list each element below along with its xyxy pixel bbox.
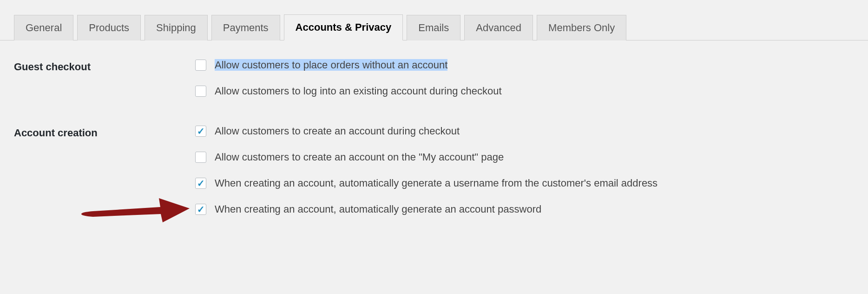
section-title-account-creation: Account creation (14, 125, 195, 139)
option-create-checkout: Allow customers to create an account dur… (195, 125, 658, 137)
option-create-myaccount: Allow customers to create an account on … (195, 151, 658, 163)
tab-shipping[interactable]: Shipping (145, 15, 208, 40)
label-create-myaccount[interactable]: Allow customers to create an account on … (215, 151, 504, 163)
checkbox-create-checkout[interactable] (195, 126, 206, 137)
tab-products[interactable]: Products (77, 15, 141, 40)
checkbox-auto-password[interactable] (195, 204, 206, 215)
option-auto-password: When creating an account, automatically … (195, 203, 658, 215)
checkbox-guest-orders[interactable] (195, 60, 206, 71)
account-creation-options: Allow customers to create an account dur… (195, 125, 658, 215)
settings-tabs: General Products Shipping Payments Accou… (0, 0, 868, 40)
checkbox-login-checkout[interactable] (195, 86, 206, 97)
tab-payments[interactable]: Payments (211, 15, 280, 40)
annotation-arrow-icon (79, 195, 191, 228)
section-title-guest-checkout: Guest checkout (14, 59, 195, 73)
option-guest-orders: Allow customers to place orders without … (195, 59, 502, 71)
checkbox-auto-username[interactable] (195, 178, 206, 189)
tab-members-only[interactable]: Members Only (537, 15, 626, 40)
label-login-checkout[interactable]: Allow customers to log into an existing … (215, 85, 502, 97)
checkbox-create-myaccount[interactable] (195, 152, 206, 163)
settings-content: Guest checkout Allow customers to place … (0, 40, 868, 215)
section-guest-checkout: Guest checkout Allow customers to place … (14, 59, 854, 97)
guest-checkout-options: Allow customers to place orders without … (195, 59, 502, 97)
option-login-checkout: Allow customers to log into an existing … (195, 85, 502, 97)
tab-accounts-privacy[interactable]: Accounts & Privacy (284, 14, 403, 40)
tab-advanced[interactable]: Advanced (464, 15, 533, 40)
label-create-checkout[interactable]: Allow customers to create an account dur… (215, 125, 460, 137)
label-auto-username[interactable]: When creating an account, automatically … (215, 177, 658, 189)
tab-emails[interactable]: Emails (407, 15, 460, 40)
tab-general[interactable]: General (14, 15, 73, 40)
label-guest-orders[interactable]: Allow customers to place orders without … (215, 59, 447, 71)
label-auto-password[interactable]: When creating an account, automatically … (215, 203, 541, 215)
option-auto-username: When creating an account, automatically … (195, 177, 658, 189)
